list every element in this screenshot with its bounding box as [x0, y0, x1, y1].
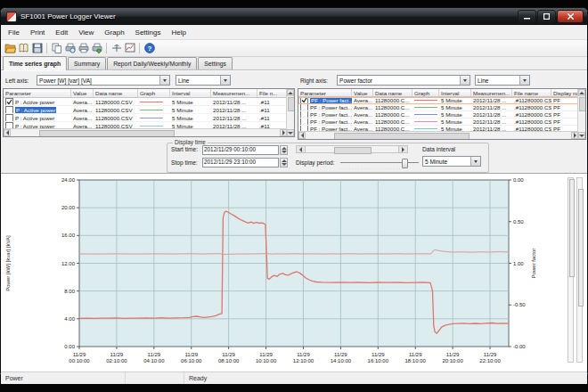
print-preview-button[interactable] — [63, 42, 77, 55]
right-axis-zoom-scrollbar[interactable] — [576, 177, 583, 363]
right-axis-value: Power factor — [339, 78, 372, 84]
status-spacer — [126, 372, 184, 384]
chevron-down-icon[interactable] — [220, 76, 230, 85]
app-window: SF1001 Power Logger Viewer FilePrintEdit… — [0, 7, 588, 374]
stop-time-spinner[interactable] — [280, 158, 288, 167]
left-graph-type-select[interactable]: Line — [176, 75, 231, 86]
maximize-button[interactable] — [537, 10, 556, 23]
series-color-swatch — [414, 128, 437, 129]
menu-help[interactable]: Help — [166, 27, 191, 38]
table-row[interactable]: PF : Power fact...Avera...11280000.C...5… — [298, 104, 585, 111]
print-icon — [78, 42, 90, 54]
axis-settings-button[interactable] — [110, 42, 123, 55]
table-row[interactable]: P : Active powerAvera...11280000.CSV5 Mi… — [4, 98, 294, 106]
display-time-group: Display time Start time: 2012/11/29 00:1… — [167, 143, 489, 173]
column-header-data-name[interactable]: Data name — [94, 89, 138, 97]
table-vertical-scrollbar[interactable] — [286, 89, 294, 136]
save-button[interactable] — [30, 42, 44, 55]
left-axis-zoom-thumb[interactable] — [569, 179, 575, 277]
time-range-scrollbar-thumb[interactable] — [334, 147, 372, 154]
column-header-file-name[interactable]: File name — [512, 89, 551, 96]
column-header-data-name[interactable]: Data name — [373, 89, 412, 96]
data-interval-select[interactable]: 5 Minute — [422, 156, 481, 167]
print-setup-button[interactable] — [90, 42, 103, 55]
row-checkbox[interactable] — [300, 118, 308, 125]
data-cell: 5 Minute — [439, 118, 471, 125]
time-range-scrollbar[interactable] — [296, 145, 408, 153]
table-row[interactable]: P : Active powerAvera...11280000.CSV5 Mi… — [4, 114, 294, 122]
graph-style-cell — [412, 111, 439, 118]
start-time-spinner[interactable] — [280, 145, 288, 155]
column-header-value[interactable]: Value — [352, 89, 373, 96]
stop-time-field[interactable]: 2012/11/29 23:10:00 — [202, 158, 279, 167]
left-graph-type-value: Line — [178, 78, 189, 84]
column-header-display-name[interactable]: Display name — [551, 89, 580, 96]
graph-settings-button[interactable] — [123, 42, 136, 55]
column-header-interval[interactable]: Interval — [170, 89, 211, 97]
table-row[interactable]: PF : Power fact...Avera...11280000.C...5… — [298, 111, 585, 118]
close-button[interactable] — [557, 10, 584, 23]
x-tick-label: 11/2908:10:00 — [218, 352, 240, 363]
data-cell: 2012/11/28 ... — [471, 111, 512, 118]
minimize-button[interactable] — [518, 10, 536, 23]
row-checkbox[interactable] — [300, 111, 308, 118]
left-axis-select[interactable]: Power [W] [var] [VA] — [37, 75, 170, 86]
series-color-swatch — [140, 110, 163, 110]
column-header-value[interactable]: Value — [71, 89, 94, 97]
column-header-measuremen-[interactable]: Measuremen... — [471, 89, 512, 96]
chevron-down-icon[interactable] — [159, 76, 169, 85]
tab-summary[interactable]: Summary — [68, 57, 106, 69]
data-interval-value: 5 Minute — [425, 159, 447, 165]
menu-file[interactable]: File — [3, 27, 25, 38]
menu-print[interactable]: Print — [25, 27, 50, 38]
graph-style-cell — [412, 104, 439, 110]
right-axis-zoom-thumb[interactable] — [578, 189, 584, 306]
x-tick-label: 11/2920:10:00 — [442, 352, 463, 363]
menu-edit[interactable]: Edit — [50, 27, 73, 38]
help-button[interactable]: ? — [143, 42, 156, 55]
chevron-down-icon[interactable] — [470, 157, 480, 166]
start-time-field[interactable]: 2012/11/29 00:10:00 — [202, 145, 279, 155]
left-axis-value: Power [W] [var] [VA] — [39, 78, 92, 84]
chevron-down-icon[interactable] — [519, 76, 529, 85]
maximize-icon — [543, 13, 550, 20]
data-cell: 2012/11/28 ... — [471, 104, 512, 110]
open-file-button[interactable] — [4, 42, 17, 55]
table-horizontal-scrollbar[interactable] — [298, 131, 578, 139]
column-header-measuremen-[interactable]: Measuremen... — [211, 89, 257, 97]
chevron-down-icon[interactable] — [460, 76, 470, 85]
column-header-graph[interactable]: Graph — [138, 89, 170, 97]
data-cell: PF — [551, 104, 580, 110]
right-graph-type-select[interactable]: Line — [475, 75, 530, 86]
column-header-parameter[interactable]: Parameter — [4, 89, 71, 97]
print-button[interactable] — [77, 42, 90, 55]
row-checkbox[interactable] — [300, 97, 308, 103]
tab-settings[interactable]: Settings — [198, 57, 233, 69]
title-bar[interactable]: SF1001 Power Logger Viewer — [1, 8, 587, 25]
left-axis-zoom-scrollbar[interactable] — [568, 177, 574, 363]
column-header-interval[interactable]: Interval — [439, 89, 471, 96]
parameter-text: P : Active power — [15, 115, 54, 121]
report-book-button[interactable] — [17, 42, 30, 55]
column-header-file-n-[interactable]: File n... — [257, 89, 287, 97]
menu-settings[interactable]: Settings — [130, 27, 167, 38]
table-vertical-scrollbar[interactable] — [577, 89, 585, 139]
row-checkbox[interactable] — [300, 104, 308, 110]
row-checkbox[interactable] — [5, 106, 13, 113]
parameter-text: PF : Power fact... — [310, 111, 352, 118]
column-header-parameter[interactable]: Parameter — [298, 89, 352, 96]
right-axis-select[interactable]: Power factor — [337, 75, 470, 86]
data-cell: 2012/11/28 ... — [211, 98, 257, 105]
tab-time-series-graph[interactable]: Time series graph — [3, 56, 67, 70]
table-row[interactable]: PF : Power fact...Avera...11280000.C...5… — [298, 118, 585, 126]
menu-graph[interactable]: Graph — [99, 27, 129, 38]
table-row[interactable]: PF : Power fact...Avera...11280000.C...5… — [298, 97, 585, 104]
table-horizontal-scrollbar[interactable] — [4, 128, 287, 136]
row-checkbox[interactable] — [5, 98, 13, 105]
tab-report-daily-weekly-monthly[interactable]: Report Daily/Weekly/Monthly — [107, 57, 197, 69]
menu-view[interactable]: View — [73, 27, 99, 38]
copy-button[interactable] — [50, 42, 63, 55]
row-checkbox[interactable] — [5, 114, 13, 121]
column-header-graph[interactable]: Graph — [412, 89, 439, 96]
table-row[interactable]: P : Active powerAvera...11280000.CSV5 Mi… — [4, 106, 294, 114]
